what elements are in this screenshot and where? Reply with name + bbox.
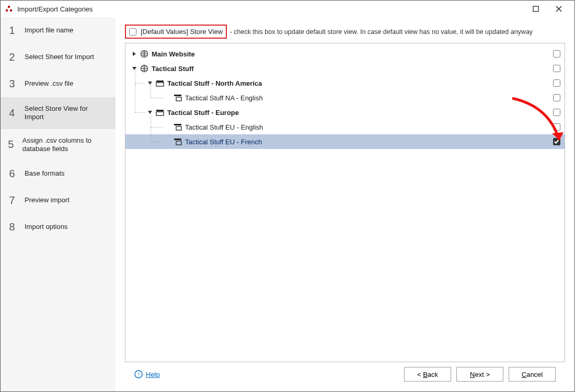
svg-rect-14	[174, 139, 181, 140]
tree-node-label: Main Website	[152, 50, 195, 58]
tree-node-label: Tactical Stuff - North America	[167, 79, 262, 87]
tree-node-label: Tactical Stuff - Europe	[167, 109, 239, 117]
step-number: 2	[8, 51, 16, 63]
tree-node-label: Tactical Stuff EU - English	[185, 123, 263, 131]
tree-node-website[interactable]: Main Website	[125, 47, 565, 61]
default-values-checkbox[interactable]	[129, 28, 136, 36]
tree-node-checkbox[interactable]	[553, 50, 560, 57]
tree-node-store-group[interactable]: Tactical Stuff - North America	[125, 76, 565, 90]
wizard-window: Import/Export Categories 1 Import file n…	[0, 0, 575, 392]
default-values-hint: -check this box to update default store …	[230, 28, 533, 36]
svg-rect-7	[156, 83, 164, 86]
tree-node-checkbox[interactable]	[553, 79, 560, 87]
step-label: Import file name	[25, 26, 73, 34]
step-number: 3	[8, 78, 16, 90]
step-number: 8	[8, 221, 16, 233]
step-6[interactable]: 6 Base formats	[1, 160, 116, 187]
step-label: Preview import	[25, 196, 70, 204]
store-group-icon	[156, 79, 164, 87]
svg-point-0	[8, 6, 10, 8]
collapse-toggle[interactable]	[146, 79, 154, 87]
step-number: 5	[8, 139, 14, 151]
default-values-label: [Default Values] Store View	[141, 28, 223, 36]
tree-node-label: Tactical Stuff EU - French	[185, 138, 262, 146]
step-2[interactable]: 2 Select Sheet for Import	[1, 44, 116, 71]
store-view-icon	[174, 123, 182, 131]
store-view-tree: Main Website Tactical Stuff	[125, 43, 565, 152]
svg-rect-10	[156, 110, 164, 111]
svg-point-1	[6, 9, 8, 11]
svg-rect-9	[176, 97, 181, 101]
step-4[interactable]: 4 Select Store View for Import	[1, 97, 116, 129]
step-5[interactable]: 5 Assign .csv columns to database fields	[1, 129, 116, 161]
default-values-highlight: [Default Values] Store View	[125, 25, 227, 39]
cancel-button[interactable]: Cancel	[509, 367, 556, 382]
help-link[interactable]: ? Help	[134, 370, 160, 378]
next-button[interactable]: Next >	[456, 367, 503, 382]
wizard-main-panel: [Default Values] Store View -check this …	[116, 17, 574, 391]
tree-node-checkbox[interactable]	[553, 109, 560, 116]
step-label: Assign .csv columns to database fields	[22, 136, 108, 154]
tree-node-checkbox[interactable]	[553, 123, 560, 131]
tree-node-store-view[interactable]: Tactical Stuff EU - English	[125, 120, 565, 134]
tree-node-store-group[interactable]: Tactical Stuff - Europe	[125, 105, 565, 120]
step-label: Preview .csv file	[25, 79, 73, 88]
tree-node-website[interactable]: Tactical Stuff	[125, 61, 565, 76]
step-1[interactable]: 1 Import file name	[1, 17, 116, 44]
svg-rect-3	[533, 6, 538, 11]
step-label: Select Sheet for Import	[25, 53, 94, 61]
svg-rect-15	[176, 141, 181, 145]
step-number: 4	[8, 107, 16, 119]
wizard-footer: ? Help < Back Next > Cancel	[125, 362, 565, 391]
step-7[interactable]: 7 Preview import	[1, 187, 116, 214]
collapse-toggle[interactable]	[146, 109, 154, 116]
tree-node-label: Tactical Stuff NA - English	[185, 94, 263, 102]
svg-rect-13	[176, 126, 181, 130]
step-8[interactable]: 8 Import options	[1, 214, 116, 240]
globe-icon	[140, 64, 148, 73]
step-number: 6	[8, 168, 16, 180]
tree-node-store-view[interactable]: Tactical Stuff NA - English	[125, 90, 565, 105]
svg-rect-6	[156, 80, 164, 82]
tree-node-store-view[interactable]: Tactical Stuff EU - French	[125, 134, 565, 149]
default-values-row: [Default Values] Store View -check this …	[125, 25, 565, 39]
help-label: Help	[146, 371, 160, 378]
tree-node-checkbox[interactable]	[553, 94, 560, 101]
store-view-tree-panel: Main Website Tactical Stuff	[125, 43, 565, 362]
store-group-icon	[156, 108, 164, 117]
step-number: 7	[8, 194, 16, 206]
wizard-steps-sidebar: 1 Import file name 2 Select Sheet for Im…	[1, 17, 116, 391]
svg-text:?: ?	[137, 372, 140, 377]
step-label: Base formats	[25, 169, 65, 178]
svg-rect-8	[174, 95, 181, 96]
app-icon	[5, 5, 13, 13]
globe-icon	[140, 50, 148, 58]
store-view-icon	[174, 94, 182, 102]
wizard-body: 1 Import file name 2 Select Sheet for Im…	[1, 17, 574, 391]
titlebar: Import/Export Categories	[1, 1, 574, 17]
step-label: Select Store View for Import	[25, 105, 108, 122]
close-button[interactable]	[547, 1, 570, 17]
svg-rect-12	[174, 124, 181, 125]
svg-point-2	[10, 9, 12, 11]
collapse-toggle[interactable]	[131, 65, 138, 72]
maximize-button[interactable]	[524, 1, 547, 17]
back-button[interactable]: < Back	[404, 367, 451, 382]
store-view-icon	[174, 137, 182, 146]
tree-node-checkbox[interactable]	[553, 65, 560, 72]
step-label: Import options	[25, 223, 67, 231]
tree-node-checkbox[interactable]	[553, 138, 560, 145]
tree-node-label: Tactical Stuff	[152, 65, 194, 73]
step-number: 1	[8, 25, 16, 37]
step-3[interactable]: 3 Preview .csv file	[1, 71, 116, 97]
window-title: Import/Export Categories	[17, 5, 93, 13]
svg-rect-11	[156, 112, 164, 116]
expand-toggle[interactable]	[131, 50, 138, 57]
